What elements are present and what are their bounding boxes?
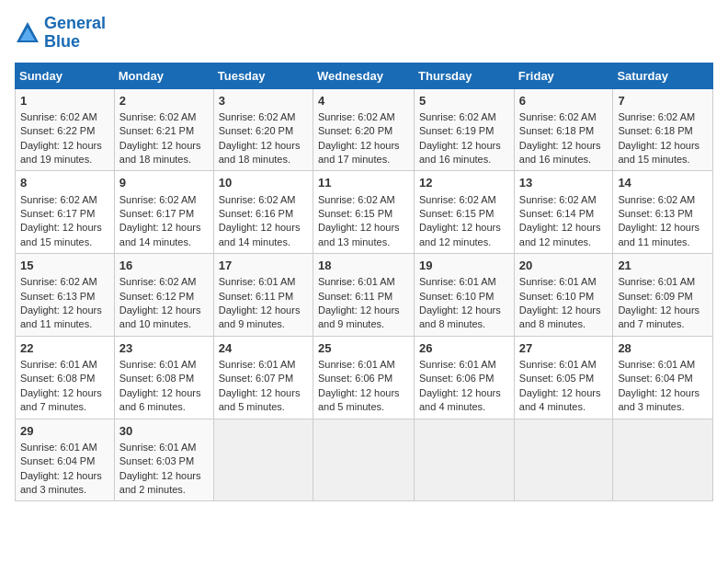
day-info-line: Sunset: 6:20 PM	[318, 124, 409, 138]
day-info-line: Daylight: 12 hours	[219, 386, 308, 400]
day-info-line: and 7 minutes.	[618, 317, 708, 331]
calendar-cell: 30Sunrise: 6:01 AMSunset: 6:03 PMDayligh…	[114, 419, 213, 501]
day-info-line: and 10 minutes.	[119, 317, 209, 331]
day-info-line: Sunset: 6:06 PM	[318, 372, 409, 385]
day-info-line: Sunset: 6:18 PM	[519, 124, 609, 138]
day-info-line: Sunset: 6:08 PM	[20, 372, 109, 385]
day-info-line: Sunrise: 6:01 AM	[318, 358, 409, 372]
day-info-line: Daylight: 12 hours	[519, 139, 609, 153]
day-info-line: and 19 minutes.	[20, 153, 109, 167]
day-info-line: Daylight: 12 hours	[20, 221, 109, 235]
day-info-line: and 8 minutes.	[419, 317, 509, 331]
calendar-header-saturday: Saturday	[613, 63, 713, 88]
day-info-line: and 13 minutes.	[318, 236, 409, 249]
calendar-cell: 29Sunrise: 6:01 AMSunset: 6:04 PMDayligh…	[16, 419, 115, 501]
logo-icon	[15, 20, 40, 46]
day-info-line: Daylight: 12 hours	[519, 304, 609, 317]
day-info-line: and 16 minutes.	[419, 153, 509, 167]
day-info-line: and 3 minutes.	[20, 483, 109, 497]
day-info-line: Daylight: 12 hours	[219, 221, 308, 235]
day-number: 10	[219, 175, 308, 191]
day-info-line: Sunset: 6:10 PM	[519, 290, 609, 304]
day-info-line: Sunset: 6:07 PM	[219, 372, 308, 385]
day-info-line: Daylight: 12 hours	[119, 386, 209, 400]
day-info-line: Sunrise: 6:01 AM	[419, 275, 509, 289]
day-info-line: Daylight: 12 hours	[318, 386, 409, 400]
day-info-line: Daylight: 12 hours	[419, 221, 509, 235]
day-info-line: Sunset: 6:10 PM	[419, 290, 509, 304]
calendar-header-row: SundayMondayTuesdayWednesdayThursdayFrid…	[16, 63, 713, 88]
day-info-line: Sunrise: 6:01 AM	[419, 358, 509, 372]
calendar-header-sunday: Sunday	[16, 63, 115, 88]
day-number: 16	[119, 258, 209, 274]
day-info-line: Daylight: 12 hours	[318, 221, 409, 235]
calendar-cell: 26Sunrise: 6:01 AMSunset: 6:06 PMDayligh…	[415, 336, 515, 419]
day-info-line: Daylight: 12 hours	[20, 386, 109, 400]
calendar-cell: 1Sunrise: 6:02 AMSunset: 6:22 PMDaylight…	[16, 88, 115, 171]
day-info-line: Sunrise: 6:01 AM	[519, 275, 609, 289]
day-info-line: Sunrise: 6:01 AM	[119, 358, 209, 372]
calendar-cell	[415, 419, 515, 501]
day-info-line: Sunrise: 6:01 AM	[20, 441, 109, 454]
day-info-line: Sunrise: 6:02 AM	[419, 110, 509, 124]
day-info-line: and 12 minutes.	[419, 236, 509, 249]
day-info-line: and 5 minutes.	[219, 400, 308, 414]
day-info-line: Sunset: 6:13 PM	[20, 290, 109, 304]
day-info-line: Sunrise: 6:01 AM	[119, 441, 209, 454]
day-info-line: and 11 minutes.	[618, 236, 708, 249]
calendar-cell: 23Sunrise: 6:01 AMSunset: 6:08 PMDayligh…	[114, 336, 213, 419]
day-number: 26	[419, 340, 509, 357]
day-number: 29	[20, 423, 109, 440]
day-info-line: Sunrise: 6:02 AM	[419, 193, 509, 207]
day-number: 20	[519, 258, 609, 274]
day-info-line: Sunrise: 6:02 AM	[318, 110, 409, 124]
day-info-line: Sunrise: 6:01 AM	[219, 275, 308, 289]
calendar-header-monday: Monday	[114, 63, 213, 88]
calendar-cell: 10Sunrise: 6:02 AMSunset: 6:16 PMDayligh…	[213, 171, 313, 254]
day-info-line: Daylight: 12 hours	[119, 469, 209, 483]
day-info-line: and 15 minutes.	[20, 236, 109, 249]
day-info-line: Sunrise: 6:02 AM	[119, 275, 209, 289]
day-info-line: Daylight: 12 hours	[618, 221, 708, 235]
day-number: 30	[119, 423, 209, 440]
day-number: 7	[618, 93, 708, 109]
day-number: 28	[618, 340, 708, 357]
calendar-cell: 13Sunrise: 6:02 AMSunset: 6:14 PMDayligh…	[514, 171, 613, 254]
calendar-cell: 20Sunrise: 6:01 AMSunset: 6:10 PMDayligh…	[514, 254, 613, 337]
day-info-line: Sunset: 6:19 PM	[419, 124, 509, 138]
day-info-line: Sunrise: 6:01 AM	[20, 358, 109, 372]
day-info-line: Sunrise: 6:02 AM	[20, 193, 109, 207]
day-info-line: and 15 minutes.	[618, 153, 708, 167]
day-info-line: and 3 minutes.	[618, 400, 708, 414]
day-info-line: Sunrise: 6:01 AM	[519, 358, 609, 372]
day-info-line: Sunset: 6:14 PM	[519, 207, 609, 221]
calendar-cell: 18Sunrise: 6:01 AMSunset: 6:11 PMDayligh…	[313, 254, 414, 337]
page-header: General Blue	[15, 15, 713, 52]
day-info-line: and 2 minutes.	[119, 483, 209, 497]
calendar-table: SundayMondayTuesdayWednesdayThursdayFrid…	[15, 63, 713, 502]
day-info-line: and 14 minutes.	[219, 236, 308, 249]
calendar-week-row: 29Sunrise: 6:01 AMSunset: 6:04 PMDayligh…	[16, 419, 713, 501]
day-info-line: and 18 minutes.	[119, 153, 209, 167]
calendar-cell: 4Sunrise: 6:02 AMSunset: 6:20 PMDaylight…	[313, 88, 414, 171]
day-info-line: and 18 minutes.	[219, 153, 308, 167]
day-info-line: Sunset: 6:12 PM	[119, 290, 209, 304]
day-info-line: and 9 minutes.	[219, 317, 308, 331]
day-info-line: Sunrise: 6:01 AM	[318, 275, 409, 289]
day-info-line: and 17 minutes.	[318, 153, 409, 167]
day-number: 6	[519, 93, 609, 109]
logo: General Blue	[15, 15, 106, 52]
day-info-line: Sunrise: 6:02 AM	[318, 193, 409, 207]
day-info-line: Daylight: 12 hours	[318, 139, 409, 153]
day-info-line: and 14 minutes.	[119, 236, 209, 249]
calendar-cell: 14Sunrise: 6:02 AMSunset: 6:13 PMDayligh…	[613, 171, 713, 254]
day-info-line: Sunset: 6:03 PM	[119, 454, 209, 468]
day-number: 2	[119, 93, 209, 109]
day-info-line: Daylight: 12 hours	[119, 221, 209, 235]
day-info-line: Daylight: 12 hours	[519, 221, 609, 235]
day-info-line: Sunrise: 6:02 AM	[519, 110, 609, 124]
day-info-line: Daylight: 12 hours	[219, 139, 308, 153]
day-info-line: Sunset: 6:13 PM	[618, 207, 708, 221]
calendar-cell: 2Sunrise: 6:02 AMSunset: 6:21 PMDaylight…	[114, 88, 213, 171]
day-number: 12	[419, 175, 509, 191]
